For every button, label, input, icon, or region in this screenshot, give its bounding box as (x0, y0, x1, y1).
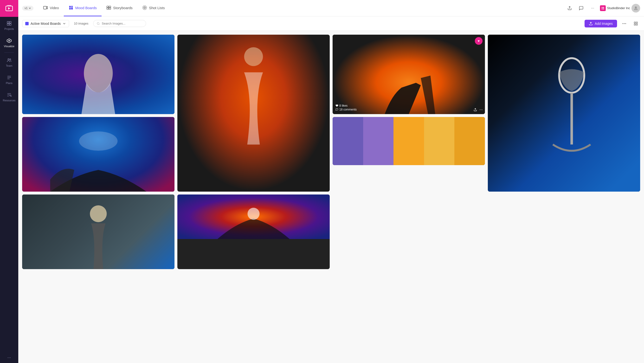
user-avatar (632, 4, 640, 12)
svg-point-9 (8, 59, 10, 60)
svg-rect-35 (636, 22, 638, 23)
comment-icon[interactable] (577, 4, 586, 12)
image-count: 10 images (72, 22, 90, 25)
upload-icon (589, 22, 593, 26)
sidebar-item-visualize[interactable]: Visualize (0, 34, 18, 52)
svg-point-31 (622, 23, 623, 24)
tab-storyboards-label: Storyboards (113, 6, 132, 10)
svg-rect-17 (69, 6, 71, 8)
add-images-button[interactable]: Add Images (584, 20, 617, 28)
svg-rect-3 (10, 22, 11, 23)
gallery-item-8[interactable] (177, 194, 330, 269)
tab-mood-boards[interactable]: Mood Boards (64, 0, 102, 16)
palette-swatch-3 (394, 117, 424, 165)
gallery-item-5[interactable] (22, 117, 174, 192)
svg-rect-37 (636, 24, 638, 25)
svg-rect-1 (7, 5, 11, 6)
svg-rect-20 (71, 7, 73, 10)
svg-rect-5 (10, 24, 11, 25)
svg-rect-24 (109, 8, 111, 10)
more-label: ··· (591, 6, 594, 10)
sidebar-label-visualize: Visualize (4, 45, 14, 48)
sidebar-label-resources: Resources (3, 99, 16, 102)
svg-rect-2 (7, 22, 9, 23)
svg-rect-34 (634, 22, 635, 23)
more-options-icon[interactable]: ··· (588, 4, 597, 12)
search-icon (97, 22, 100, 25)
svg-rect-36 (634, 24, 635, 25)
tab-mood-boards-label: Mood Boards (75, 6, 97, 10)
svg-point-41 (481, 110, 481, 110)
main-content: v1 Video Mood Boards (18, 0, 644, 363)
svg-point-10 (10, 59, 11, 60)
item-stats-3: 8 likes 18 comments (336, 104, 357, 112)
svg-point-27 (144, 8, 145, 8)
sidebar-divider (4, 52, 14, 53)
sidebar: Projects Visualize Team Plans (0, 0, 18, 363)
sidebar-label-projects: Projects (4, 28, 14, 30)
comments-count: 18 comments (339, 108, 357, 111)
gallery-item-1[interactable] (22, 35, 174, 114)
nav-actions: ··· StudioBinder Inc (565, 4, 640, 12)
tab-shot-lists-label: Shot Lists (149, 6, 165, 10)
share-icon[interactable] (565, 4, 574, 12)
sidebar-item-plans[interactable]: Plans (0, 71, 18, 88)
tab-storyboards[interactable]: Storyboards (102, 0, 138, 16)
svg-point-45 (79, 132, 118, 151)
search-input[interactable] (102, 22, 143, 25)
svg-line-15 (11, 96, 12, 97)
more-action-icon[interactable] (479, 108, 483, 112)
svg-rect-21 (107, 6, 109, 8)
svg-point-28 (635, 6, 637, 8)
search-box[interactable] (93, 20, 146, 27)
board-name: Active Mood Boards (30, 22, 61, 26)
svg-point-29 (97, 22, 99, 24)
svg-line-30 (99, 24, 100, 24)
gallery-grid: ♥ 8 likes 18 comments (22, 35, 640, 269)
user-name: StudioBinder Inc (607, 6, 630, 10)
toolbar: Active Mood Boards 10 images Add Images (18, 16, 644, 31)
svg-point-47 (248, 208, 260, 220)
gallery-item-4[interactable] (488, 35, 640, 192)
sidebar-item-resources[interactable]: Resources (0, 88, 18, 106)
top-navigation: v1 Video Mood Boards (18, 0, 644, 16)
likes-count: 8 likes (339, 104, 348, 107)
svg-point-32 (624, 23, 624, 24)
svg-rect-23 (107, 8, 109, 10)
sidebar-label-plans: Plans (6, 82, 12, 84)
svg-rect-19 (69, 8, 71, 10)
gallery-item-2[interactable] (177, 35, 330, 192)
palette-swatch-1 (332, 117, 363, 165)
sidebar-item-projects[interactable]: Projects (0, 17, 18, 34)
palette-swatch-2 (363, 117, 394, 165)
share-action-icon[interactable] (473, 108, 477, 112)
tab-shot-lists[interactable]: Shot Lists (138, 0, 170, 16)
gallery-item-3[interactable]: ♥ 8 likes 18 comments (332, 35, 485, 114)
grid-view-button[interactable] (632, 19, 640, 28)
palette-swatch-4 (424, 117, 454, 165)
app-logo[interactable] (0, 0, 18, 17)
gallery-item-7[interactable] (22, 194, 174, 269)
user-profile[interactable]: StudioBinder Inc (600, 4, 640, 12)
version-label: v1 (24, 6, 28, 10)
palette-swatch-5 (454, 117, 485, 165)
svg-rect-18 (71, 6, 73, 7)
version-badge[interactable]: v1 (22, 6, 34, 10)
gallery-item-palette[interactable] (332, 117, 485, 165)
gallery: ♥ 8 likes 18 comments (18, 31, 644, 363)
svg-rect-4 (7, 24, 9, 25)
more-options-button[interactable] (620, 19, 628, 28)
svg-rect-39 (244, 47, 263, 66)
tab-video-label: Video (50, 6, 59, 10)
svg-rect-16 (43, 6, 46, 9)
tab-video[interactable]: Video (38, 0, 64, 16)
item-actions-3 (473, 108, 483, 112)
studiobinder-icon (600, 5, 606, 11)
svg-point-8 (9, 40, 10, 41)
svg-point-46 (90, 205, 107, 222)
board-selector[interactable]: Active Mood Boards (22, 20, 69, 27)
svg-point-40 (480, 110, 480, 110)
sidebar-item-team[interactable]: Team (0, 54, 18, 71)
sidebar-more[interactable]: ··· (4, 352, 14, 363)
svg-rect-22 (109, 6, 111, 8)
